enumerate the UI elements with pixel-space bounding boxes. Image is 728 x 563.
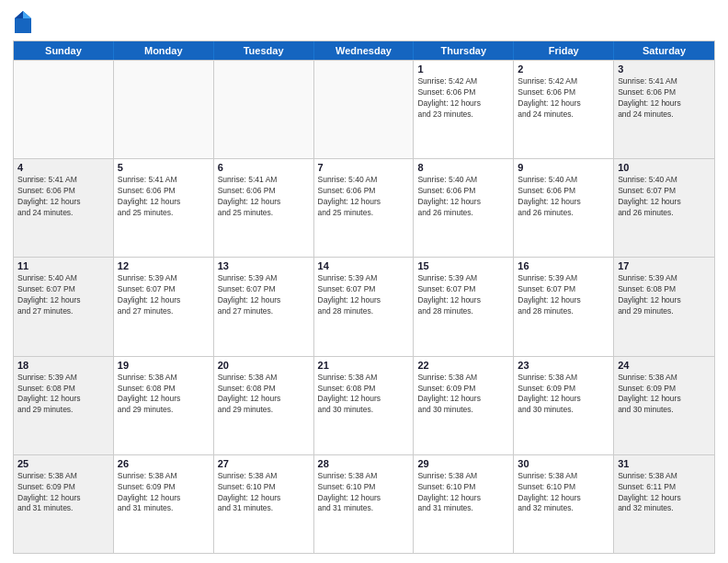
cell-info-line: Sunset: 6:07 PM xyxy=(318,284,410,295)
cell-info-line: and 23 minutes. xyxy=(417,109,509,121)
calendar-cell-2-1: 12Sunrise: 5:39 AMSunset: 6:07 PMDayligh… xyxy=(114,258,214,355)
cell-info-line: Daylight: 12 hours xyxy=(618,197,711,208)
calendar-cell-0-3 xyxy=(314,61,415,158)
calendar-cell-4-5: 30Sunrise: 5:38 AMSunset: 6:10 PMDayligh… xyxy=(514,455,614,553)
cell-info-line: Daylight: 12 hours xyxy=(318,493,410,504)
cell-info-line: and 31 minutes. xyxy=(218,503,310,514)
cell-info-line: Daylight: 12 hours xyxy=(417,295,509,306)
day-number: 29 xyxy=(417,458,509,469)
day-number: 18 xyxy=(17,360,109,371)
cell-info-line: Daylight: 12 hours xyxy=(518,197,609,208)
cell-info-line: Daylight: 12 hours xyxy=(118,197,210,208)
day-header-tuesday: Tuesday xyxy=(214,41,314,60)
cell-info-line: Daylight: 12 hours xyxy=(17,493,109,504)
day-number: 15 xyxy=(417,260,509,271)
cell-info-line: Sunrise: 5:38 AM xyxy=(318,373,410,384)
cell-info-line: and 28 minutes. xyxy=(518,306,609,317)
cell-info-line: Sunset: 6:10 PM xyxy=(318,482,410,493)
cell-info-line: Daylight: 12 hours xyxy=(118,493,210,504)
cell-info-line: Daylight: 12 hours xyxy=(518,295,609,306)
cell-info-line: Daylight: 12 hours xyxy=(318,295,410,306)
cell-info-line: and 31 minutes. xyxy=(318,503,410,514)
cell-info-line: Sunset: 6:06 PM xyxy=(417,186,509,197)
calendar-cell-1-2: 6Sunrise: 5:41 AMSunset: 6:06 PMDaylight… xyxy=(214,159,314,257)
day-header-monday: Monday xyxy=(114,41,214,60)
calendar-cell-4-0: 25Sunrise: 5:38 AMSunset: 6:09 PMDayligh… xyxy=(14,455,114,553)
calendar-cell-1-6: 10Sunrise: 5:40 AMSunset: 6:07 PMDayligh… xyxy=(614,159,714,257)
calendar-body: 1Sunrise: 5:42 AMSunset: 6:06 PMDaylight… xyxy=(14,60,714,553)
day-number: 13 xyxy=(218,260,310,271)
cell-info-line: and 24 minutes. xyxy=(518,109,609,121)
cell-info-line: Daylight: 12 hours xyxy=(17,197,109,208)
calendar-cell-1-0: 4Sunrise: 5:41 AMSunset: 6:06 PMDaylight… xyxy=(14,159,114,257)
cell-info-line: Sunrise: 5:40 AM xyxy=(618,175,711,186)
calendar-cell-3-5: 23Sunrise: 5:38 AMSunset: 6:09 PMDayligh… xyxy=(514,357,614,454)
cell-info-line: Sunrise: 5:39 AM xyxy=(417,273,509,284)
cell-info-line: Sunrise: 5:38 AM xyxy=(218,471,310,482)
cell-info-line: Sunrise: 5:40 AM xyxy=(17,273,109,284)
calendar-row-4: 25Sunrise: 5:38 AMSunset: 6:09 PMDayligh… xyxy=(14,454,714,553)
cell-info-line: Sunrise: 5:41 AM xyxy=(118,175,210,186)
cell-info-line: Sunset: 6:10 PM xyxy=(417,482,509,493)
calendar-cell-2-5: 16Sunrise: 5:39 AMSunset: 6:07 PMDayligh… xyxy=(514,258,614,355)
cell-info-line: Sunrise: 5:39 AM xyxy=(318,273,410,284)
cell-info-line: and 28 minutes. xyxy=(318,306,410,317)
calendar-cell-3-4: 22Sunrise: 5:38 AMSunset: 6:09 PMDayligh… xyxy=(414,357,514,454)
calendar-cell-2-6: 17Sunrise: 5:39 AMSunset: 6:08 PMDayligh… xyxy=(614,258,714,355)
day-number: 9 xyxy=(518,162,609,173)
cell-info-line: and 25 minutes. xyxy=(318,208,410,219)
day-number: 1 xyxy=(417,63,509,75)
cell-info-line: Sunset: 6:08 PM xyxy=(218,384,310,395)
cell-info-line: Sunrise: 5:42 AM xyxy=(417,76,509,87)
cell-info-line: and 30 minutes. xyxy=(518,405,609,416)
cell-info-line: Sunrise: 5:38 AM xyxy=(417,373,509,384)
cell-info-line: Sunrise: 5:38 AM xyxy=(118,471,210,482)
calendar-cell-0-0 xyxy=(14,61,114,158)
header xyxy=(13,9,715,35)
cell-info-line: Daylight: 12 hours xyxy=(218,493,310,504)
cell-info-line: and 26 minutes. xyxy=(618,208,711,219)
calendar-cell-2-0: 11Sunrise: 5:40 AMSunset: 6:07 PMDayligh… xyxy=(14,258,114,355)
day-number: 20 xyxy=(218,360,310,371)
cell-info-line: Sunrise: 5:41 AM xyxy=(17,175,109,186)
cell-info-line: Sunrise: 5:38 AM xyxy=(17,471,109,482)
cell-info-line: and 31 minutes. xyxy=(118,503,210,514)
day-header-thursday: Thursday xyxy=(414,41,514,60)
cell-info-line: and 27 minutes. xyxy=(118,306,210,317)
cell-info-line: Sunset: 6:08 PM xyxy=(17,384,109,395)
calendar-cell-0-4: 1Sunrise: 5:42 AMSunset: 6:06 PMDaylight… xyxy=(414,61,514,158)
cell-info-line: Sunset: 6:08 PM xyxy=(118,384,210,395)
cell-info-line: Sunset: 6:06 PM xyxy=(118,186,210,197)
day-header-sunday: Sunday xyxy=(14,41,114,60)
calendar-cell-3-1: 19Sunrise: 5:38 AMSunset: 6:08 PMDayligh… xyxy=(114,357,214,454)
cell-info-line: Sunrise: 5:38 AM xyxy=(618,471,711,482)
calendar-cell-1-1: 5Sunrise: 5:41 AMSunset: 6:06 PMDaylight… xyxy=(114,159,214,257)
cell-info-line: Daylight: 12 hours xyxy=(118,394,210,405)
cell-info-line: and 30 minutes. xyxy=(417,405,509,416)
cell-info-line: Daylight: 12 hours xyxy=(218,295,310,306)
cell-info-line: Sunrise: 5:39 AM xyxy=(518,273,609,284)
cell-info-line: Sunset: 6:07 PM xyxy=(218,284,310,295)
day-number: 22 xyxy=(417,360,509,371)
cell-info-line: Daylight: 12 hours xyxy=(118,295,210,306)
calendar-cell-0-5: 2Sunrise: 5:42 AMSunset: 6:06 PMDaylight… xyxy=(514,61,614,158)
day-number: 5 xyxy=(118,162,210,173)
calendar-cell-3-6: 24Sunrise: 5:38 AMSunset: 6:09 PMDayligh… xyxy=(614,357,714,454)
cell-info-line: Daylight: 12 hours xyxy=(518,493,609,504)
day-number: 27 xyxy=(218,458,310,469)
cell-info-line: and 25 minutes. xyxy=(118,208,210,219)
cell-info-line: Sunset: 6:06 PM xyxy=(618,87,711,98)
calendar-cell-0-6: 3Sunrise: 5:41 AMSunset: 6:06 PMDaylight… xyxy=(614,61,714,158)
cell-info-line: Sunset: 6:06 PM xyxy=(17,186,109,197)
calendar-cell-0-1 xyxy=(114,61,214,158)
cell-info-line: Sunset: 6:06 PM xyxy=(218,186,310,197)
cell-info-line: and 27 minutes. xyxy=(17,306,109,317)
cell-info-line: and 31 minutes. xyxy=(17,503,109,514)
cell-info-line: Sunrise: 5:38 AM xyxy=(417,471,509,482)
cell-info-line: Sunset: 6:07 PM xyxy=(17,284,109,295)
calendar-cell-3-2: 20Sunrise: 5:38 AMSunset: 6:08 PMDayligh… xyxy=(214,357,314,454)
cell-info-line: Sunrise: 5:38 AM xyxy=(518,373,609,384)
cell-info-line: and 30 minutes. xyxy=(618,405,711,416)
cell-info-line: Sunset: 6:06 PM xyxy=(518,186,609,197)
cell-info-line: Sunset: 6:06 PM xyxy=(518,87,609,98)
